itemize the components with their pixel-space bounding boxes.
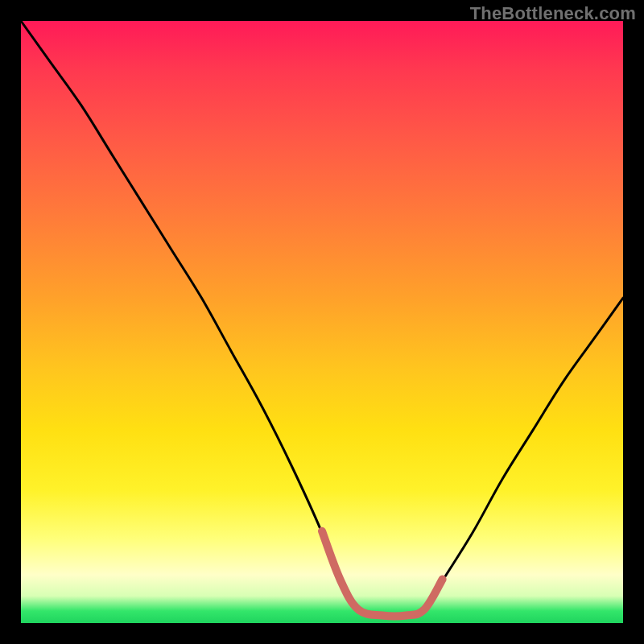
chart-frame: TheBottleneck.com <box>0 0 644 644</box>
curve-layer <box>21 21 623 623</box>
plot-area <box>21 21 623 623</box>
bottleneck-accent-segment <box>322 531 443 617</box>
